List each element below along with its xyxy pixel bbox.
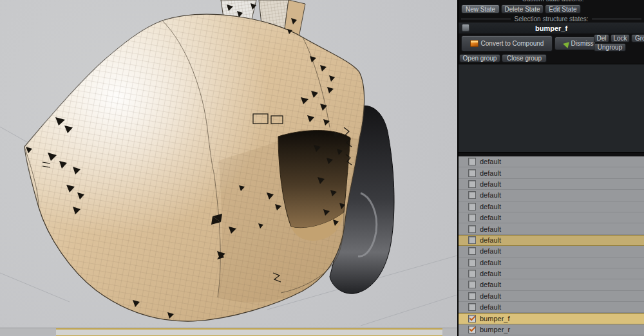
list-item[interactable]: default	[459, 167, 644, 178]
row-label: default	[480, 270, 501, 277]
row-label: default	[480, 169, 501, 177]
row-checkbox[interactable]	[468, 236, 476, 244]
open-group-button[interactable]: Open group	[459, 54, 500, 62]
row-label: bumper_f	[480, 315, 509, 322]
row-label: default	[480, 281, 501, 288]
list-item[interactable]: default	[459, 291, 644, 302]
list-item[interactable]: default	[459, 302, 644, 313]
row-label: default	[480, 303, 501, 311]
row-label: default	[480, 191, 501, 199]
list-item[interactable]: bumper_r	[459, 324, 644, 335]
timeline-range-thumb[interactable]	[56, 328, 442, 336]
row-checkbox[interactable]	[468, 303, 476, 311]
list-item[interactable]: default	[459, 179, 644, 190]
ungroup-button[interactable]: Ungroup	[594, 43, 626, 51]
row-label: default	[480, 180, 501, 188]
list-item[interactable]: default	[459, 235, 644, 246]
dismiss-button[interactable]: Dismiss	[554, 37, 596, 50]
row-label: bumper_r	[480, 326, 510, 333]
list-item[interactable]: bumper_f	[459, 313, 644, 324]
custom-state-actions-header: Custom state actions:	[464, 0, 642, 3]
current-state-label: bumper_f	[535, 24, 567, 32]
list-item[interactable]: default	[459, 201, 644, 212]
row-label: default	[480, 225, 501, 233]
list-item[interactable]: default	[459, 257, 644, 268]
row-checkbox[interactable]	[468, 259, 476, 266]
row-label: default	[480, 214, 501, 221]
lock-button[interactable]: Lock	[611, 34, 630, 42]
row-checkbox[interactable]	[468, 158, 476, 165]
states-list-area	[459, 64, 644, 153]
list-item[interactable]: default	[459, 212, 644, 223]
selection-list: default default default default default …	[459, 156, 644, 336]
row-label: default	[480, 259, 501, 266]
list-item[interactable]: default	[459, 268, 644, 279]
row-checkbox[interactable]	[468, 326, 476, 333]
del-button[interactable]: Del	[594, 34, 609, 42]
row-checkbox[interactable]	[468, 169, 476, 177]
selection-structure-states-label: Selection structure states:	[514, 15, 588, 23]
dismiss-arrow-icon	[556, 39, 569, 48]
row-checkbox[interactable]	[468, 203, 476, 210]
row-checkbox[interactable]	[468, 270, 476, 277]
row-checkbox[interactable]	[468, 191, 476, 199]
selection-structure-states-header: Selection structure states:	[461, 15, 641, 23]
row-label: default	[480, 158, 501, 165]
list-item[interactable]: default	[459, 279, 644, 290]
row-checkbox[interactable]	[468, 214, 476, 221]
state-panel: Custom state actions: New State Delete S…	[457, 0, 644, 336]
row-label: default	[480, 236, 501, 244]
edit-state-button[interactable]: Edit State	[545, 5, 581, 14]
convert-to-compound-button[interactable]: Convert to Compound	[461, 35, 553, 51]
timeline-bar[interactable]	[0, 328, 457, 336]
viewport-3d[interactable]	[0, 0, 457, 336]
row-checkbox[interactable]	[468, 180, 476, 188]
compound-box-icon	[470, 40, 478, 47]
list-item[interactable]: default	[459, 223, 644, 234]
list-item[interactable]: default	[459, 156, 644, 167]
app-window: Custom state actions: New State Delete S…	[0, 0, 644, 336]
row-checkbox[interactable]	[468, 315, 476, 322]
state-icon	[462, 24, 469, 32]
list-item[interactable]: default	[459, 190, 644, 201]
list-item[interactable]: default	[459, 246, 644, 257]
delete-state-button[interactable]: Delete State	[501, 5, 544, 14]
custom-state-actions-label: Custom state actions:	[522, 0, 583, 3]
row-checkbox[interactable]	[468, 225, 476, 233]
row-checkbox[interactable]	[468, 292, 476, 300]
row-checkbox[interactable]	[468, 281, 476, 288]
current-state-row[interactable]: bumper_f	[459, 23, 644, 33]
new-state-button[interactable]: New State	[461, 5, 500, 14]
row-checkbox[interactable]	[468, 247, 476, 255]
row-label: default	[480, 247, 501, 255]
group-button[interactable]: Group	[631, 34, 644, 42]
close-group-button[interactable]: Close group	[502, 54, 547, 62]
row-label: default	[480, 292, 501, 300]
row-label: default	[480, 203, 501, 210]
bumper-model[interactable]	[0, 0, 457, 328]
